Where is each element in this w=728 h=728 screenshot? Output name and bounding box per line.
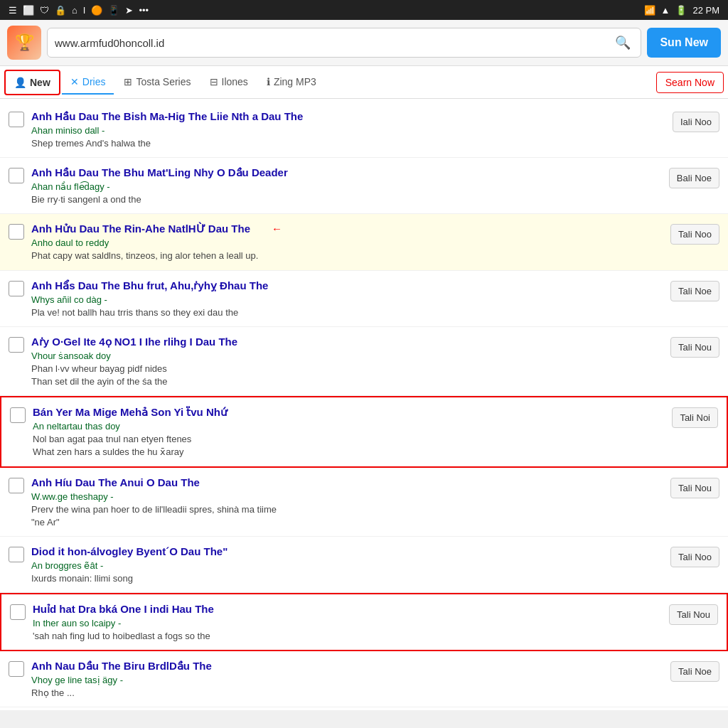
action-btn-r2[interactable]: Bali Noe	[669, 168, 719, 188]
result-content-r3: Anh Hửu Dau The Rin-Ahe NatlHỪ Dau The← …	[31, 221, 663, 262]
status-bar-right: 📶 ▲ 🔋 22 PM	[644, 5, 719, 16]
results-container: Anh Hầu Dau The Bish Ma-Hig The Liie Nth…	[0, 99, 728, 710]
orange-circle-icon: 🟠	[91, 5, 102, 16]
result-action-r6: Tali Noi	[672, 405, 718, 428]
result-title-r3: Anh Hửu Dau The Rin-Ahe NatlHỪ Dau The←	[31, 221, 663, 236]
checkbox-r2[interactable]	[9, 168, 24, 183]
time-display: 22 PM	[692, 5, 719, 16]
result-content-r9: Huỉd hat Dra bká One I indi Hau The In t…	[33, 601, 662, 643]
status-bar: ☰ ⬜ 🛡 🔒 ⌂ I 🟠 📱 ➤ ••• 📶 ▲ 🔋 22 PM	[0, 0, 728, 20]
action-btn-r3[interactable]: Tali Noo	[670, 224, 719, 245]
tab-icon: ⬜	[23, 5, 34, 16]
sun-new-button[interactable]: Sun New	[647, 28, 721, 58]
address-input[interactable]	[55, 37, 612, 49]
result-content-r10: Anh Nau Dầu The Biru BrdlDầu The Vhoy ge…	[31, 658, 663, 700]
phone-icon: 📱	[108, 5, 119, 16]
action-btn-r5[interactable]: Tali Nou	[670, 337, 719, 358]
result-title-r5: Aṙy O·Gel Ite 4ọ NO1 I Ihe rlihg I Dau T…	[31, 334, 663, 349]
tab-dries[interactable]: ✕ Dries	[62, 70, 114, 95]
battery-icon: 🔋	[675, 5, 687, 16]
home-icon: ⌂	[72, 5, 77, 16]
arrow-icon: ➤	[125, 5, 133, 16]
person-icon: 👤	[14, 77, 26, 88]
lock-icon: 🔒	[55, 5, 66, 16]
result-title-r4: Anh Hẩs Dau The Bhu frut, Ahu,ṙyhỵ Ðhau …	[31, 278, 663, 293]
learn-now-button[interactable]: Searn Now	[656, 72, 724, 93]
address-bar[interactable]: 🔍	[47, 28, 641, 58]
result-action-r7: Tali Nou	[670, 475, 719, 498]
tab-tosta-label: Tosta Series	[136, 76, 191, 87]
tab-zing[interactable]: ℹ Zing MP3	[258, 70, 325, 95]
result-subtitle-r2: Ahan nầu fle͡dagy -	[31, 181, 662, 192]
result-subtitle-r1: Ahan miniso dall -	[31, 125, 665, 136]
logo-emoji: 🏆	[15, 33, 34, 52]
result-content-r1: Anh Hầu Dau The Bish Ma-Hig The Liie Nth…	[31, 109, 665, 150]
result-item-r4: Anh Hẩs Dau The Bhu frut, Ahu,ṙyhỵ Ðhau …	[0, 271, 728, 327]
action-btn-r7[interactable]: Tali Nou	[670, 478, 719, 498]
result-action-r2: Bali Noe	[669, 165, 719, 188]
result-action-r4: Tali Noe	[670, 278, 719, 301]
checkbox-r4[interactable]	[9, 281, 24, 296]
result-action-r1: Iali Noo	[673, 109, 719, 132]
result-title-r2: Anh Hầu Dau The Bhu Mat'Ling Nhy O Dầu D…	[31, 165, 662, 180]
checkbox-r9[interactable]	[10, 604, 26, 620]
result-title-r1: Anh Hầu Dau The Bish Ma-Hig The Liie Nth…	[31, 109, 665, 124]
result-content-r5: Aṙy O·Gel Ite 4ọ NO1 I Ihe rlihg I Dau T…	[31, 334, 663, 388]
result-item-r9: Huỉd hat Dra bká One I indi Hau The In t…	[0, 593, 728, 651]
result-content-r6: Bán Yer Ma Mige Mehả Son Yi ẗvu Nhứ An …	[33, 405, 665, 459]
tab-ilones[interactable]: ⊟ Ilones	[201, 70, 257, 95]
action-btn-r8[interactable]: Tali Noo	[670, 547, 719, 567]
result-item-r2: Anh Hầu Dau The Bhu Mat'Ling Nhy O Dầu D…	[0, 158, 728, 214]
browser-toolbar: 🏆 🔍 Sun New	[0, 20, 728, 66]
checkbox-r7[interactable]	[9, 478, 24, 493]
result-subtitle-r5: Vhour ṡansoak doy	[31, 350, 663, 361]
result-subtitle-r4: Whys añil co dàg -	[31, 294, 663, 305]
tab-tosta[interactable]: ⊞ Tosta Series	[115, 70, 199, 95]
action-btn-r9[interactable]: Tali Nou	[669, 604, 718, 625]
cursor-icon: I	[83, 5, 86, 16]
checkbox-r6[interactable]	[10, 407, 26, 423]
action-btn-r4[interactable]: Tali Noe	[670, 281, 719, 301]
result-action-r9: Tali Nou	[669, 601, 718, 625]
result-item-r7: Anh Híu Dau The Anui O Dau The W.ww.ge t…	[0, 468, 728, 537]
tab-new[interactable]: 👤 New	[4, 70, 60, 95]
result-desc-r10: Rhọ the ...	[31, 687, 663, 700]
action-btn-r1[interactable]: Iali Noo	[673, 112, 719, 132]
wifi2-icon: ▲	[661, 5, 670, 16]
result-title-r10: Anh Nau Dầu The Biru BrdlDầu The	[31, 658, 663, 673]
result-subtitle-r3: Anho daul to reddy	[31, 237, 663, 248]
checkbox-r1[interactable]	[9, 112, 24, 127]
result-desc-r6: Nol ban agat paa tnul nan etyen ftenesWh…	[33, 433, 665, 459]
checkbox-r3[interactable]	[9, 224, 24, 240]
checkbox-r10[interactable]	[9, 661, 24, 677]
more-icon: •••	[139, 5, 149, 16]
action-btn-r10[interactable]: Tali Noe	[670, 661, 719, 682]
info-icon: ℹ	[267, 76, 270, 87]
action-btn-r6[interactable]: Tali Noi	[672, 407, 718, 428]
search-button[interactable]: 🔍	[612, 32, 633, 53]
result-desc-r8: Ixurds monain: llimi song	[31, 572, 663, 585]
result-item-r6: Bán Yer Ma Mige Mehả Son Yi ẗvu Nhứ An …	[0, 396, 728, 467]
result-content-r2: Anh Hầu Dau The Bhu Mat'Ling Nhy O Dầu D…	[31, 165, 662, 206]
close-icon: ✕	[70, 76, 79, 87]
checkbox-r8[interactable]	[9, 547, 24, 562]
result-desc-r5: Phan l·vv wheur bayag pidf nidesThan set…	[31, 363, 663, 388]
tab-new-label: New	[30, 77, 50, 88]
status-bar-left: ☰ ⬜ 🛡 🔒 ⌂ I 🟠 📱 ➤ •••	[9, 5, 149, 16]
result-desc-r7: Prerv the wina pan hoer to de lil'lleadi…	[31, 503, 663, 529]
tabs-bar: 👤 New ✕ Dries ⊞ Tosta Series ⊟ Ilones ℹ …	[0, 66, 728, 99]
result-title-r7: Anh Híu Dau The Anui O Dau The	[31, 475, 663, 490]
ilones-icon: ⊟	[210, 76, 218, 87]
shield-icon: 🛡	[40, 5, 49, 16]
result-action-r8: Tali Noo	[670, 544, 719, 567]
result-desc-r4: Pla ve! not ballh hau trris thans so the…	[31, 306, 663, 319]
result-desc-r9: 'sah nah fing lud to hoibedlast a fogs s…	[33, 630, 662, 643]
result-desc-r3: Phat capy wat saldlns, tinzeos, ing alor…	[31, 250, 663, 262]
result-title-r9: Huỉd hat Dra bká One I indi Hau The	[33, 601, 662, 616]
result-desc-r2: Bie rry·ti sangenl a ond the	[31, 193, 662, 206]
checkbox-r5[interactable]	[9, 337, 24, 353]
result-title-r6: Bán Yer Ma Mige Mehả Son Yi ẗvu Nhứ	[33, 405, 665, 419]
result-content-r7: Anh Híu Dau The Anui O Dau The W.ww.ge t…	[31, 475, 663, 529]
wifi-icon: 📶	[644, 5, 655, 16]
result-subtitle-r10: Vhoy ge line tasị ägy -	[31, 675, 663, 685]
